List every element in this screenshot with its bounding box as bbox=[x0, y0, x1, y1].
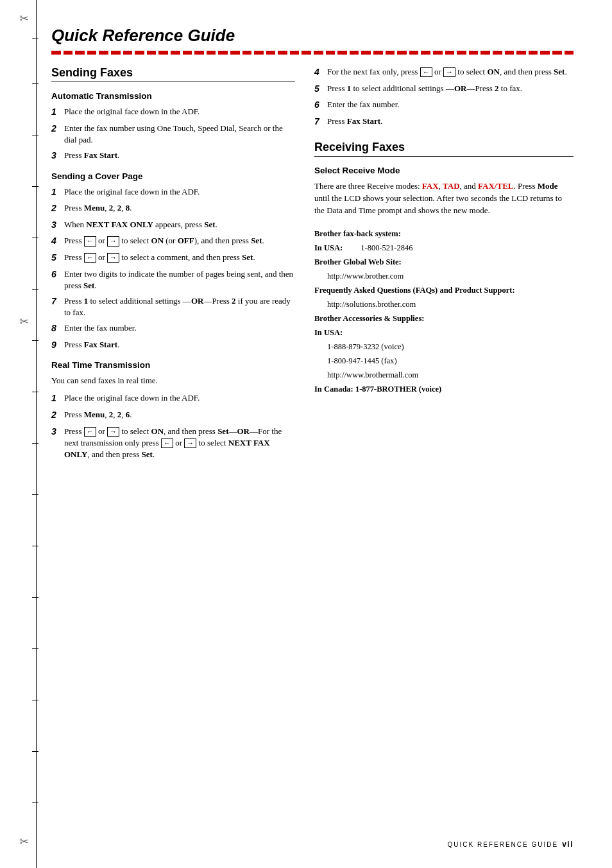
list-item: 6 Enter two digits to indicate the numbe… bbox=[51, 268, 295, 291]
footer: QUICK REFERENCE GUIDE vii bbox=[51, 840, 574, 849]
faq-url: http://solutions.brother.com bbox=[314, 298, 574, 311]
step-number: 3 bbox=[51, 426, 64, 461]
left-arrow-icon: ← bbox=[420, 67, 432, 77]
step-content: Enter two digits to indicate the number … bbox=[64, 268, 295, 291]
tick-mark bbox=[32, 289, 38, 290]
step-content: Press Fax Start. bbox=[64, 150, 295, 162]
step-number: 2 bbox=[51, 123, 64, 146]
accessories-url: http://www.brothermall.com bbox=[314, 369, 574, 381]
step-number: 1 bbox=[51, 392, 64, 405]
list-item: 1 Place the original face down in the AD… bbox=[51, 186, 295, 199]
real-time-list: 1 Place the original face down in the AD… bbox=[51, 392, 295, 460]
step-content: Place the original face down in the ADF. bbox=[64, 106, 295, 119]
cover-page-list: 1 Place the original face down in the AD… bbox=[51, 186, 295, 352]
list-item: 5 Press 1 to select additional settings … bbox=[314, 83, 574, 96]
receiving-faxes-title: Receiving Faxes bbox=[314, 141, 574, 157]
list-item: 7 Press Fax Start. bbox=[314, 116, 574, 128]
fax-back-label: Brother fax-back system: bbox=[314, 227, 574, 240]
step-number: 6 bbox=[51, 268, 64, 291]
global-label: Brother Global Web Site: bbox=[314, 256, 574, 268]
receive-mode-intro: There are three Receive modes: FAX, TAD,… bbox=[314, 180, 574, 217]
left-arrow-icon: ← bbox=[84, 427, 96, 437]
list-item: 3 When NEXT FAX ONLY appears, press Set. bbox=[51, 219, 295, 232]
step-number: 4 bbox=[51, 235, 64, 248]
step-content: Press ← or → to select ON (or OFF), and … bbox=[64, 235, 295, 248]
step-number: 7 bbox=[314, 116, 327, 128]
auto-transmission-list: 1 Place the original face down in the AD… bbox=[51, 106, 295, 162]
auto-transmission-title: Automatic Transmission bbox=[51, 91, 295, 101]
usa-phone: 1-800-521-2846 bbox=[361, 243, 412, 252]
footer-text: QUICK REFERENCE GUIDE bbox=[448, 841, 559, 848]
cut-mark-middle: ✂ bbox=[19, 315, 29, 329]
list-item: 9 Press Fax Start. bbox=[51, 339, 295, 352]
tick-mark bbox=[32, 546, 38, 546]
step-number: 7 bbox=[51, 295, 64, 318]
real-time-title: Real Time Transmission bbox=[51, 360, 295, 370]
step-number: 8 bbox=[51, 322, 64, 335]
select-receive-mode-title: Select Receive Mode bbox=[314, 166, 574, 175]
list-item: 1 Place the original face down in the AD… bbox=[51, 392, 295, 405]
step-content: Press Menu, 2, 2, 8. bbox=[64, 202, 295, 215]
step-number: 2 bbox=[51, 202, 64, 215]
step-content: Press Fax Start. bbox=[327, 116, 574, 128]
left-arrow-icon: ← bbox=[161, 438, 173, 448]
faq-label: Frequently Asked Questions (FAQs) and Pr… bbox=[314, 284, 574, 297]
list-item: 4 Press ← or → to select ON (or OFF), an… bbox=[51, 235, 295, 248]
cont-steps-list: 4 For the next fax only, press ← or → to… bbox=[314, 66, 574, 128]
tick-mark bbox=[32, 443, 38, 444]
step-number: 4 bbox=[314, 66, 327, 79]
step-number: 5 bbox=[51, 252, 64, 265]
list-item: 6 Enter the fax number. bbox=[314, 99, 574, 112]
step-content: Enter the fax number. bbox=[64, 322, 295, 335]
accessories-fax: 1-800-947-1445 (fax) bbox=[314, 354, 574, 367]
tick-mark bbox=[32, 238, 38, 238]
page: ✂ ✂ ✂ Quick Reference Guide bbox=[0, 0, 612, 868]
step-content: Enter the fax number using One Touch, Sp… bbox=[64, 123, 295, 146]
left-arrow-icon: ← bbox=[84, 236, 96, 246]
tick-mark bbox=[32, 803, 38, 803]
step-content: Press 1 to select additional settings —O… bbox=[327, 83, 574, 96]
list-item: 4 For the next fax only, press ← or → to… bbox=[314, 66, 574, 79]
step-content: Place the original face down in the ADF. bbox=[64, 392, 295, 405]
tick-mark bbox=[32, 135, 38, 135]
tick-mark bbox=[32, 597, 38, 598]
step-number: 5 bbox=[314, 83, 327, 96]
accessories-usa: In USA: bbox=[314, 326, 574, 339]
step-number: 9 bbox=[51, 339, 64, 352]
sending-faxes-title: Sending Faxes bbox=[51, 66, 295, 82]
list-item: 5 Press ← or → to select a comment, and … bbox=[51, 252, 295, 265]
global-url: http://www.brother.com bbox=[314, 270, 574, 282]
accessories-voice: 1-888-879-3232 (voice) bbox=[314, 340, 574, 353]
step-content: When NEXT FAX ONLY appears, press Set. bbox=[64, 219, 295, 232]
tick-mark bbox=[32, 700, 38, 700]
page-title: Quick Reference Guide bbox=[51, 26, 574, 46]
left-border bbox=[36, 0, 37, 868]
tick-mark bbox=[32, 494, 38, 495]
list-item: 2 Enter the fax number using One Touch, … bbox=[51, 123, 295, 146]
cover-page-title: Sending a Cover Page bbox=[51, 171, 295, 181]
usa-info: In USA: 1-800-521-2846 bbox=[314, 241, 574, 254]
real-time-intro: You can send faxes in real time. bbox=[51, 375, 295, 387]
step-number: 2 bbox=[51, 409, 64, 422]
step-content: Press Fax Start. bbox=[64, 339, 295, 352]
tick-mark bbox=[32, 751, 38, 752]
usa-label: In USA: bbox=[314, 243, 359, 252]
tick-mark bbox=[32, 186, 38, 187]
tick-mark bbox=[32, 392, 38, 392]
left-arrow-icon: ← bbox=[84, 253, 96, 263]
left-column: Sending Faxes Automatic Transmission 1 P… bbox=[51, 66, 295, 465]
tick-mark bbox=[32, 83, 38, 84]
cut-mark-top: ✂ bbox=[19, 12, 29, 26]
list-item: 1 Place the original face down in the AD… bbox=[51, 106, 295, 119]
list-item: 3 Press Fax Start. bbox=[51, 150, 295, 162]
right-column: 4 For the next fax only, press ← or → to… bbox=[314, 66, 574, 465]
step-content: Press 1 to select additional settings —O… bbox=[64, 295, 295, 318]
step-content: Press ← or → to select ON, and then pres… bbox=[64, 426, 295, 461]
tick-mark bbox=[32, 39, 38, 39]
step-number: 6 bbox=[314, 99, 327, 112]
right-arrow-icon: → bbox=[184, 438, 196, 448]
right-arrow-icon: → bbox=[107, 253, 119, 263]
step-content: Enter the fax number. bbox=[327, 99, 574, 112]
right-arrow-icon: → bbox=[107, 236, 119, 246]
list-item: 2 Press Menu, 2, 2, 8. bbox=[51, 202, 295, 215]
